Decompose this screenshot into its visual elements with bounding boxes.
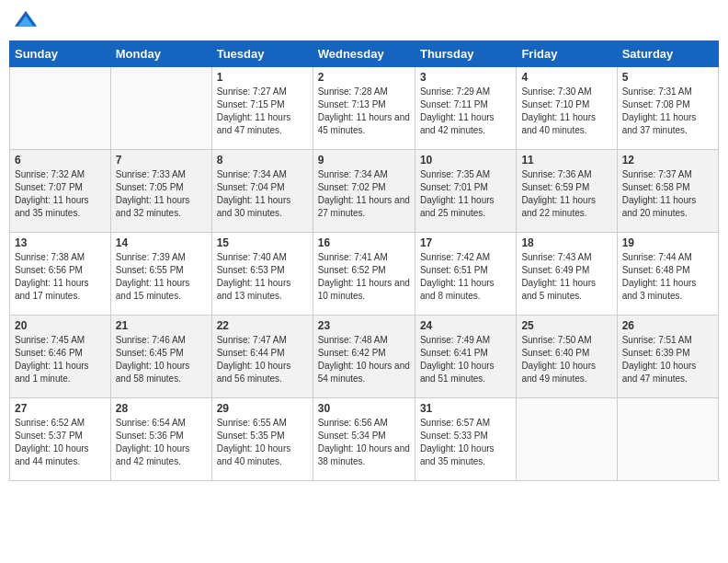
calendar-cell: 23Sunrise: 7:48 AM Sunset: 6:42 PM Dayli… (313, 316, 415, 398)
logo (13, 9, 42, 35)
day-info: Sunrise: 7:32 AM Sunset: 7:07 PM Dayligh… (15, 168, 106, 220)
day-number: 14 (116, 236, 207, 249)
day-info: Sunrise: 7:42 AM Sunset: 6:51 PM Dayligh… (420, 251, 511, 303)
day-info: Sunrise: 7:49 AM Sunset: 6:41 PM Dayligh… (420, 334, 511, 385)
day-number: 25 (521, 319, 611, 332)
col-header-tuesday: Tuesday (211, 41, 313, 67)
day-number: 5 (622, 71, 713, 84)
col-header-monday: Monday (110, 41, 211, 67)
calendar-cell: 21Sunrise: 7:46 AM Sunset: 6:45 PM Dayli… (110, 316, 211, 398)
calendar-cell: 13Sunrise: 7:38 AM Sunset: 6:56 PM Dayli… (10, 233, 111, 316)
day-info: Sunrise: 7:40 AM Sunset: 6:53 PM Dayligh… (217, 251, 308, 303)
day-number: 19 (622, 236, 713, 249)
col-header-sunday: Sunday (10, 41, 111, 67)
calendar-cell: 25Sunrise: 7:50 AM Sunset: 6:40 PM Dayli… (517, 316, 617, 398)
week-row-3: 13Sunrise: 7:38 AM Sunset: 6:56 PM Dayli… (10, 233, 719, 316)
day-info: Sunrise: 7:29 AM Sunset: 7:11 PM Dayligh… (420, 86, 511, 137)
calendar-cell: 1Sunrise: 7:27 AM Sunset: 7:15 PM Daylig… (211, 67, 313, 150)
day-info: Sunrise: 7:33 AM Sunset: 7:05 PM Dayligh… (116, 168, 207, 220)
day-info: Sunrise: 7:48 AM Sunset: 6:42 PM Dayligh… (318, 334, 410, 385)
day-number: 31 (420, 402, 511, 415)
calendar-table: SundayMondayTuesdayWednesdayThursdayFrid… (9, 40, 719, 481)
day-info: Sunrise: 7:38 AM Sunset: 6:56 PM Dayligh… (15, 251, 106, 303)
calendar-header-row: SundayMondayTuesdayWednesdayThursdayFrid… (10, 41, 719, 67)
day-number: 12 (622, 154, 713, 167)
calendar-cell: 8Sunrise: 7:34 AM Sunset: 7:04 PM Daylig… (211, 150, 313, 233)
col-header-friday: Friday (517, 41, 617, 67)
day-info: Sunrise: 7:30 AM Sunset: 7:10 PM Dayligh… (521, 86, 611, 137)
calendar-cell: 28Sunrise: 6:54 AM Sunset: 5:36 PM Dayli… (110, 398, 211, 481)
day-number: 8 (217, 154, 308, 167)
calendar-cell: 18Sunrise: 7:43 AM Sunset: 6:49 PM Dayli… (517, 233, 617, 316)
day-info: Sunrise: 6:57 AM Sunset: 5:33 PM Dayligh… (420, 417, 511, 468)
week-row-5: 27Sunrise: 6:52 AM Sunset: 5:37 PM Dayli… (10, 398, 719, 481)
day-number: 23 (318, 319, 410, 332)
calendar-cell: 11Sunrise: 7:36 AM Sunset: 6:59 PM Dayli… (517, 150, 617, 233)
day-number: 11 (521, 154, 611, 167)
calendar-cell: 27Sunrise: 6:52 AM Sunset: 5:37 PM Dayli… (10, 398, 111, 481)
calendar-cell (10, 67, 111, 150)
calendar-cell: 5Sunrise: 7:31 AM Sunset: 7:08 PM Daylig… (617, 67, 718, 150)
day-info: Sunrise: 7:46 AM Sunset: 6:45 PM Dayligh… (116, 334, 207, 385)
day-info: Sunrise: 7:31 AM Sunset: 7:08 PM Dayligh… (622, 86, 713, 137)
day-number: 13 (15, 236, 106, 249)
day-info: Sunrise: 6:56 AM Sunset: 5:34 PM Dayligh… (318, 417, 410, 468)
day-info: Sunrise: 7:50 AM Sunset: 6:40 PM Dayligh… (521, 334, 611, 385)
calendar-cell (110, 67, 211, 150)
day-info: Sunrise: 7:51 AM Sunset: 6:39 PM Dayligh… (622, 334, 713, 385)
calendar-cell: 12Sunrise: 7:37 AM Sunset: 6:58 PM Dayli… (617, 150, 718, 233)
day-number: 26 (622, 319, 713, 332)
day-number: 22 (217, 319, 308, 332)
day-info: Sunrise: 7:27 AM Sunset: 7:15 PM Dayligh… (217, 86, 308, 137)
calendar-cell: 3Sunrise: 7:29 AM Sunset: 7:11 PM Daylig… (415, 67, 516, 150)
day-number: 29 (217, 402, 308, 415)
col-header-wednesday: Wednesday (313, 41, 415, 67)
calendar-cell: 24Sunrise: 7:49 AM Sunset: 6:41 PM Dayli… (415, 316, 516, 398)
day-number: 27 (15, 402, 106, 415)
week-row-1: 1Sunrise: 7:27 AM Sunset: 7:15 PM Daylig… (10, 67, 719, 150)
day-info: Sunrise: 7:35 AM Sunset: 7:01 PM Dayligh… (420, 168, 511, 220)
day-number: 2 (318, 71, 410, 84)
day-info: Sunrise: 7:39 AM Sunset: 6:55 PM Dayligh… (116, 251, 207, 303)
day-number: 15 (217, 236, 308, 249)
day-number: 30 (318, 402, 410, 415)
calendar-cell: 30Sunrise: 6:56 AM Sunset: 5:34 PM Dayli… (313, 398, 415, 481)
week-row-2: 6Sunrise: 7:32 AM Sunset: 7:07 PM Daylig… (10, 150, 719, 233)
day-info: Sunrise: 7:44 AM Sunset: 6:48 PM Dayligh… (622, 251, 713, 303)
day-info: Sunrise: 7:45 AM Sunset: 6:46 PM Dayligh… (15, 334, 106, 385)
calendar-cell: 22Sunrise: 7:47 AM Sunset: 6:44 PM Dayli… (211, 316, 313, 398)
logo-icon (13, 9, 39, 35)
calendar-cell: 19Sunrise: 7:44 AM Sunset: 6:48 PM Dayli… (617, 233, 718, 316)
calendar-cell: 16Sunrise: 7:41 AM Sunset: 6:52 PM Dayli… (313, 233, 415, 316)
day-number: 24 (420, 319, 511, 332)
calendar-cell: 7Sunrise: 7:33 AM Sunset: 7:05 PM Daylig… (110, 150, 211, 233)
day-number: 6 (15, 154, 106, 167)
day-info: Sunrise: 7:37 AM Sunset: 6:58 PM Dayligh… (622, 168, 713, 220)
day-info: Sunrise: 7:41 AM Sunset: 6:52 PM Dayligh… (318, 251, 410, 303)
day-info: Sunrise: 7:34 AM Sunset: 7:04 PM Dayligh… (217, 168, 308, 220)
day-number: 18 (521, 236, 611, 249)
week-row-4: 20Sunrise: 7:45 AM Sunset: 6:46 PM Dayli… (10, 316, 719, 398)
calendar-cell: 20Sunrise: 7:45 AM Sunset: 6:46 PM Dayli… (10, 316, 111, 398)
page-header (9, 9, 719, 35)
calendar-cell: 31Sunrise: 6:57 AM Sunset: 5:33 PM Dayli… (415, 398, 516, 481)
calendar-cell: 9Sunrise: 7:34 AM Sunset: 7:02 PM Daylig… (313, 150, 415, 233)
calendar-cell: 17Sunrise: 7:42 AM Sunset: 6:51 PM Dayli… (415, 233, 516, 316)
calendar-cell: 6Sunrise: 7:32 AM Sunset: 7:07 PM Daylig… (10, 150, 111, 233)
day-number: 9 (318, 154, 410, 167)
day-number: 1 (217, 71, 308, 84)
calendar-cell: 2Sunrise: 7:28 AM Sunset: 7:13 PM Daylig… (313, 67, 415, 150)
day-number: 10 (420, 154, 511, 167)
day-number: 7 (116, 154, 207, 167)
day-info: Sunrise: 7:47 AM Sunset: 6:44 PM Dayligh… (217, 334, 308, 385)
day-info: Sunrise: 6:54 AM Sunset: 5:36 PM Dayligh… (116, 417, 207, 468)
day-number: 4 (521, 71, 611, 84)
day-info: Sunrise: 7:34 AM Sunset: 7:02 PM Dayligh… (318, 168, 410, 220)
day-info: Sunrise: 6:55 AM Sunset: 5:35 PM Dayligh… (217, 417, 308, 468)
day-info: Sunrise: 7:28 AM Sunset: 7:13 PM Dayligh… (318, 86, 410, 137)
day-number: 17 (420, 236, 511, 249)
calendar-cell (517, 398, 617, 481)
calendar-cell: 14Sunrise: 7:39 AM Sunset: 6:55 PM Dayli… (110, 233, 211, 316)
calendar-cell: 4Sunrise: 7:30 AM Sunset: 7:10 PM Daylig… (517, 67, 617, 150)
calendar-cell: 15Sunrise: 7:40 AM Sunset: 6:53 PM Dayli… (211, 233, 313, 316)
